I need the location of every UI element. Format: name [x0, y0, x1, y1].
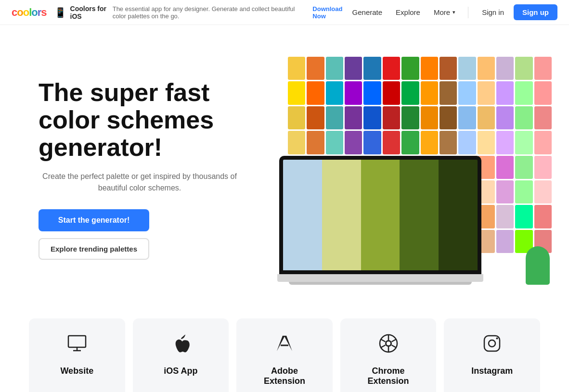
color-cell: [534, 131, 552, 154]
color-cell: [534, 205, 552, 228]
nav-links: Generate Explore More ▾ Sign in Sign up: [348, 4, 557, 20]
svg-rect-0: [68, 336, 86, 347]
hero-subtitle: Create the perfect palette or get inspir…: [39, 171, 241, 194]
nav-generate[interactable]: Generate: [348, 5, 388, 19]
logo-text: coolors: [12, 6, 47, 19]
color-cell: [478, 131, 495, 154]
svg-line-9: [391, 345, 396, 348]
color-cell: [383, 131, 400, 154]
color-cell: [345, 81, 362, 104]
color-cell: [326, 131, 343, 154]
color-cell: [496, 156, 514, 179]
color-cell: [401, 57, 419, 80]
explore-palettes-button[interactable]: Explore trending palettes: [39, 238, 149, 260]
color-cell: [401, 106, 419, 129]
color-cell: [440, 131, 457, 154]
palette-color: [361, 160, 400, 270]
color-cell: [326, 106, 343, 129]
color-cell: [496, 57, 514, 80]
promo-banner: 📱 Coolors for iOS The essential app for …: [54, 5, 348, 20]
color-cell: [515, 81, 532, 104]
color-cell: [363, 81, 381, 104]
chrome-icon: [378, 333, 399, 358]
color-cell: [345, 57, 362, 80]
laptop-screen: [279, 156, 481, 274]
color-cell: [440, 57, 457, 80]
color-cell: [345, 106, 362, 129]
color-cell: [496, 131, 514, 154]
color-cell: [440, 81, 457, 104]
nav-explore[interactable]: Explore: [391, 5, 425, 19]
color-cell: [458, 131, 476, 154]
svg-line-11: [391, 339, 396, 342]
card-chrome[interactable]: ChromeExtension: [340, 318, 437, 392]
color-cell: [421, 57, 438, 80]
color-cell: [478, 81, 495, 104]
chevron-down-icon: ▾: [453, 9, 455, 15]
hero-left: The super fast color schemes generator! …: [39, 79, 241, 260]
palette-color: [322, 160, 361, 270]
color-cell: [421, 106, 438, 129]
hero-section: The super fast color schemes generator! …: [0, 25, 569, 304]
color-cell: [345, 131, 362, 154]
card-ios-label: iOS App: [164, 366, 197, 376]
promo-description: The essential app for any designer. Gene…: [113, 5, 307, 20]
color-cell: [478, 57, 495, 80]
start-generator-button[interactable]: Start the generator!: [39, 209, 149, 231]
color-cell: [288, 106, 305, 129]
color-cell: [401, 81, 419, 104]
svg-point-5: [387, 341, 390, 345]
svg-point-13: [489, 340, 495, 347]
color-cell: [307, 57, 324, 80]
color-cell: [288, 131, 305, 154]
instagram-icon: [481, 333, 503, 358]
color-cell: [515, 106, 532, 129]
promo-icon: 📱: [54, 7, 66, 18]
monitor-icon: [66, 333, 88, 358]
color-cell: [383, 57, 400, 80]
card-ios[interactable]: iOS App: [133, 318, 229, 392]
color-cell: [515, 131, 532, 154]
color-cell: [383, 81, 400, 104]
svg-point-14: [496, 338, 498, 340]
color-cell: [363, 106, 381, 129]
color-cell: [421, 81, 438, 104]
color-cell: [458, 57, 476, 80]
color-cell: [496, 180, 514, 203]
color-cell: [534, 81, 552, 104]
signin-button[interactable]: Sign in: [476, 5, 510, 19]
color-cell: [515, 205, 532, 228]
signup-button[interactable]: Sign up: [514, 4, 557, 20]
card-website[interactable]: Website: [29, 318, 125, 392]
promo-download-link[interactable]: Download Now: [312, 5, 347, 20]
logo-link[interactable]: coolors: [12, 6, 47, 19]
palette-color: [400, 160, 439, 270]
promo-title: Coolors for iOS: [70, 5, 109, 20]
palette-color: [439, 160, 478, 270]
color-cell: [515, 156, 532, 179]
color-cell: [288, 57, 305, 80]
color-cell: [458, 106, 476, 129]
card-instagram-label: Instagram: [471, 366, 513, 376]
color-cell: [478, 106, 495, 129]
color-cell: [363, 131, 381, 154]
svg-line-10: [380, 345, 385, 348]
platform-cards: Website iOS App AdobeExtension: [0, 304, 569, 392]
color-cell: [363, 57, 381, 80]
color-cell: [326, 57, 343, 80]
svg-line-8: [380, 339, 385, 342]
card-website-label: Website: [60, 366, 93, 376]
color-cell: [496, 205, 514, 228]
color-cell: [307, 131, 324, 154]
color-cell: [534, 57, 552, 80]
nav-more[interactable]: More ▾: [429, 5, 460, 19]
color-cell: [515, 57, 532, 80]
color-cell: [458, 81, 476, 104]
color-cell: [496, 106, 514, 129]
color-cell: [440, 106, 457, 129]
laptop-foot: [289, 282, 472, 285]
color-cell: [496, 81, 514, 104]
card-adobe[interactable]: AdobeExtension: [236, 318, 333, 392]
card-instagram[interactable]: Instagram: [444, 318, 540, 392]
color-cell: [421, 131, 438, 154]
